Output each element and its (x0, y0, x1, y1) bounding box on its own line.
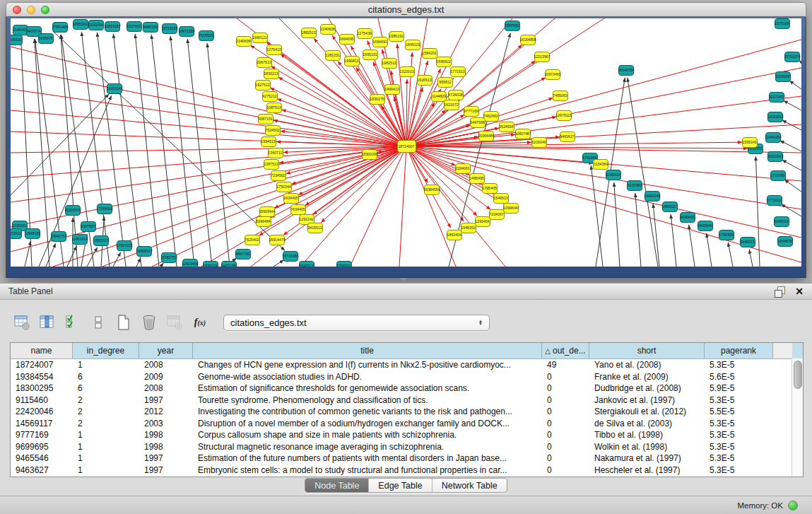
network-node[interactable]: 1549352 (461, 223, 476, 233)
network-node[interactable]: 1882513 (301, 28, 317, 38)
network-node[interactable]: 1694691 (372, 37, 388, 47)
table-cell[interactable]: 1998 (139, 430, 193, 440)
network-node[interactable]: 9415513 (307, 223, 323, 233)
network-node[interactable]: 15609944 (259, 206, 275, 217)
table-cell[interactable]: 5.6E-5 (705, 372, 773, 382)
column-header-in-degree[interactable]: in_degree (73, 343, 139, 358)
network-node[interactable]: 1154369 (593, 159, 608, 170)
column-header-title[interactable]: title (193, 343, 542, 358)
network-node[interactable]: 1750365 (719, 230, 734, 240)
network-node[interactable]: 1664878 (777, 236, 793, 247)
table-cell[interactable]: 2003 (139, 419, 193, 428)
network-node[interactable]: 7462662 (483, 111, 499, 122)
zoom-window-button[interactable] (41, 6, 49, 14)
table-cell[interactable]: 14569117 (11, 419, 73, 428)
rows-icon[interactable] (88, 313, 109, 332)
table-cell[interactable]: 1 (73, 453, 139, 463)
table-cell[interactable]: 5.3E-5 (705, 465, 773, 475)
network-node[interactable]: 9397587 (81, 221, 96, 232)
network-node[interactable]: 1836074 (203, 261, 218, 267)
network-node[interactable]: 2240606 (236, 36, 252, 47)
table-cell[interactable]: 5.3E-5 (705, 360, 773, 370)
network-node[interactable]: 9465546 (698, 221, 713, 231)
table-cell[interactable]: 5.9E-5 (705, 383, 773, 393)
network-node[interactable]: 9463627 (560, 132, 575, 142)
network-node[interactable]: 20364486 (478, 131, 494, 141)
network-node[interactable]: 2043512 (299, 261, 314, 267)
network-node[interactable]: 1830275 (370, 94, 385, 105)
table-cell[interactable]: 6 (73, 372, 139, 382)
table-row[interactable]: 2242004622012Investigating the contribut… (11, 406, 803, 418)
network-node[interactable]: 6771012 (767, 195, 782, 206)
table-cell[interactable]: 1997 (139, 465, 193, 475)
network-node[interactable]: 9227343 (769, 92, 784, 103)
network-node[interactable]: 1927513 (255, 80, 271, 90)
network-node[interactable]: 2105334 (88, 20, 104, 30)
table-cell[interactable]: 5.3E-5 (705, 453, 773, 463)
table-cell[interactable]: Franke et al. (2009) (589, 372, 705, 382)
table-cell[interactable]: Wolkin et al. (1998) (589, 442, 705, 452)
table-row[interactable]: 911546021997Tourette syndrome. Phenomeno… (11, 395, 803, 407)
table-cell[interactable]: 0 (542, 407, 589, 416)
network-node[interactable]: 16671358 (179, 26, 194, 37)
table-cell[interactable]: 9465546 (11, 453, 73, 463)
network-node[interactable]: 18724007 (397, 140, 416, 153)
close-panel-icon[interactable]: ✕ (795, 286, 804, 296)
network-node[interactable]: 2204061 (455, 163, 471, 174)
network-node[interactable]: 1626513 (417, 75, 433, 86)
network-node[interactable]: 7524502 (265, 125, 281, 136)
network-node[interactable]: 1695822 (436, 57, 452, 67)
network-node[interactable]: 12975115 (556, 110, 572, 121)
network-node[interactable]: 955812 (437, 77, 453, 88)
table-cell[interactable]: Genome-wide association studies in ADHD. (193, 372, 542, 382)
table-cell[interactable]: 5.3E-5 (705, 419, 773, 428)
network-node[interactable]: 10653287 (105, 21, 120, 32)
table-cell[interactable]: 5.3E-5 (705, 395, 773, 405)
network-node[interactable]: 10807487 (515, 129, 531, 139)
table-cell[interactable]: Embryonic stem cells: a model to study s… (193, 465, 542, 475)
column-header-out-de-[interactable]: △out_de... (542, 343, 589, 358)
network-node[interactable]: 17359928 (97, 204, 112, 214)
network-node[interactable]: 16958107 (136, 246, 152, 257)
table-cell[interactable]: 9699695 (11, 442, 73, 452)
table-cell[interactable]: 1 (73, 360, 139, 370)
scrollbar-thumb[interactable] (794, 361, 802, 389)
network-node[interactable]: 6734028 (448, 90, 464, 100)
network-node[interactable]: 11568139 (25, 228, 40, 239)
table-cell[interactable]: 2008 (139, 360, 193, 370)
network-node[interactable]: 1275413 (266, 45, 282, 55)
table-cell[interactable]: 1997 (139, 453, 193, 463)
network-node[interactable]: 7625402 (245, 235, 260, 245)
network-node[interactable]: 6216049 (531, 137, 547, 148)
new-table-icon[interactable] (113, 313, 134, 332)
network-node[interactable]: 14569117 (662, 201, 678, 212)
table-cell[interactable]: 1 (73, 430, 139, 440)
network-node[interactable]: 1830213 (264, 69, 279, 79)
network-node[interactable]: 20206576 (65, 205, 81, 216)
table-cell[interactable]: 2 (73, 395, 139, 405)
column-header-pagerank[interactable]: pagerank (705, 343, 773, 358)
network-node[interactable]: 1621072 (444, 100, 459, 110)
float-panel-icon[interactable] (775, 286, 785, 297)
network-node[interactable]: 2240608 (320, 24, 336, 35)
network-node[interactable]: 7515526 (199, 30, 214, 41)
table-cell[interactable]: 0 (542, 465, 589, 475)
network-node[interactable]: 2887682 (505, 21, 520, 31)
function-builder-icon[interactable]: f(x) (189, 313, 211, 332)
table-cell[interactable]: 1997 (139, 395, 193, 405)
table-row[interactable]: 1830029562008Estimation of significance … (11, 382, 803, 395)
network-node[interactable]: 9699695 (680, 212, 695, 223)
network-node[interactable]: 17957225 (117, 240, 132, 251)
network-node[interactable]: 3087151 (258, 114, 273, 124)
table-cell[interactable]: Jankovic et al. (1997) (589, 395, 705, 405)
table-cell[interactable]: Disruption of a novel member of a sodium… (193, 419, 542, 428)
column-header-short[interactable]: short (589, 343, 705, 358)
table-cell[interactable]: 1 (73, 465, 139, 475)
table-cell[interactable]: Estimation of significance thresholds fo… (193, 383, 542, 393)
network-node[interactable]: 12093832 (767, 112, 783, 122)
table-cell[interactable]: Yano et al. (2008) (589, 360, 705, 370)
table-cell[interactable]: 0 (542, 442, 589, 452)
network-node[interactable]: 1282251 (325, 50, 341, 61)
network-canvas[interactable]: 2166303940557427691406166534121053341065… (11, 18, 801, 267)
table-cell[interactable]: 2008 (139, 383, 193, 393)
